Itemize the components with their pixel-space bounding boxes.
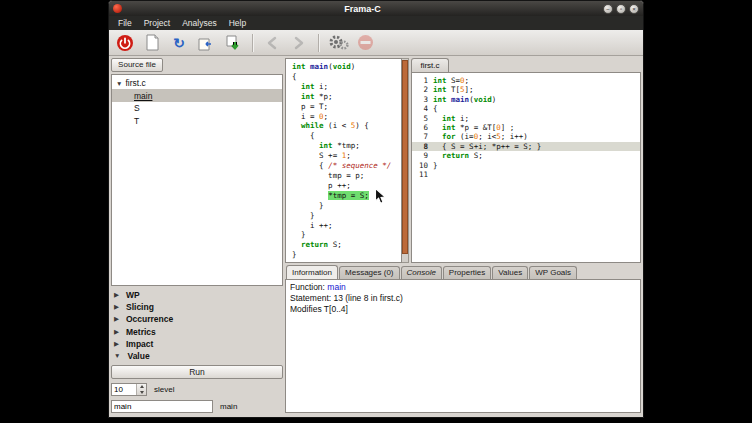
run-button[interactable]: Run [111,365,283,379]
tab-messages-0[interactable]: Messages (0) [339,266,399,279]
main-function-input[interactable] [111,400,213,413]
source-line[interactable]: 9 return S; [412,151,640,160]
save-session-button[interactable] [222,32,244,54]
analysis-slicing[interactable]: ▶Slicing [111,301,283,313]
tree-item-s[interactable]: S [112,102,282,115]
cil-line[interactable]: while (i < 5) { [292,121,401,131]
stepper-down-icon[interactable] [137,390,146,396]
cil-scrollbar[interactable] [402,58,409,263]
function-link[interactable]: main [327,282,345,292]
back-icon [266,36,278,50]
cil-line[interactable]: int i; [292,82,401,92]
new-file-button[interactable] [141,32,163,54]
analysis-metrics[interactable]: ▶Metrics [111,326,283,338]
cil-line[interactable]: int main(void) [292,62,401,72]
cil-line[interactable]: i = 0; [292,112,401,122]
file-tree: ▼first.cmainST [111,74,283,286]
slevel-label: slevel [154,385,174,394]
close-button[interactable]: × [629,4,639,14]
toolbar-separator [252,34,253,52]
cil-line[interactable]: int *tmp; [292,141,401,151]
analysis-wp[interactable]: ▶WP [111,289,283,301]
desktop-background: Frama-C −▫× FileProjectAnalysesHelp ↻ [0,0,752,423]
source-line[interactable]: 10} [412,161,640,170]
tree-item-main[interactable]: main [112,89,282,102]
source-code: 1int S=0;2int T[5];3int main(void)4{5 in… [411,72,641,263]
source-line[interactable]: 6 int *p = &T[0] ; [412,123,640,132]
bottom-tabs: InformationMessages (0)ConsoleProperties… [285,265,641,279]
titlebar[interactable]: Frama-C −▫× [109,1,643,16]
main-function-row: main [111,400,283,413]
analysis-impact[interactable]: ▶Impact [111,338,283,350]
menu-project[interactable]: Project [138,16,176,30]
minimize-button[interactable]: − [603,4,613,14]
info-line: Function: main [290,282,636,293]
source-line[interactable]: 4{ [412,104,640,113]
tab-information[interactable]: Information [286,265,338,279]
cil-line[interactable]: } [292,230,401,240]
source-line[interactable]: 11 [412,170,640,179]
cil-panel: int main(void){ int i; int *p; p = T; i … [285,58,402,263]
slevel-stepper[interactable] [136,384,146,395]
forward-button[interactable] [288,32,310,54]
analyses-button[interactable] [327,32,349,54]
tab-wp-goals[interactable]: WP Goals [529,266,577,279]
window-controls: −▫× [603,4,639,14]
source-panel: first.c 1int S=0;2int T[5];3int main(voi… [411,58,641,263]
source-line[interactable]: 7 for (i=0; i<5; i++) [412,132,640,141]
maximize-button[interactable]: ▫ [616,4,626,14]
cil-line[interactable]: { [292,72,401,82]
analyses-list: ▶WP▶Slicing▶Occurrence▶Metrics▶Impact▼Va… [111,289,283,362]
back-button[interactable] [261,32,283,54]
source-line[interactable]: 5 int i; [412,114,640,123]
right-column: int main(void){ int i; int *p; p = T; i … [285,58,641,413]
stop-button[interactable] [354,32,376,54]
source-tab[interactable]: first.c [411,58,449,72]
tab-properties[interactable]: Properties [443,266,491,279]
menu-analyses[interactable]: Analyses [176,16,223,30]
tab-console[interactable]: Console [401,266,442,279]
window-title: Frama-C [122,4,603,14]
information-content: Function: mainStatement: 13 (line 8 in f… [285,279,641,413]
analyses-gears-icon [328,34,349,51]
stop-icon [357,34,374,51]
cil-line[interactable]: { [292,131,401,141]
info-line: Statement: 13 (line 8 in first.c) [290,293,636,304]
tree-file-row[interactable]: ▼first.c [112,77,282,90]
scrollbar-thumb[interactable] [402,60,408,254]
source-line[interactable]: 3int main(void) [412,95,640,104]
mouse-cursor [374,187,387,206]
source-file-button[interactable]: Source file [111,58,163,72]
menu-file[interactable]: File [112,16,138,30]
info-line: Modifies T[0..4] [290,304,636,315]
cil-line[interactable]: { /* sequence */ [292,161,401,171]
slevel-input[interactable] [112,384,136,395]
source-line[interactable]: 8 { S = S+i; *p++ = S; } [412,142,640,151]
bottom-panel: InformationMessages (0)ConsoleProperties… [285,265,641,413]
reload-button[interactable]: ↻ [168,32,190,54]
source-line[interactable]: 2int T[5]; [412,85,640,94]
cil-line[interactable]: } [292,211,401,221]
cil-line[interactable]: tmp = p; [292,171,401,181]
tab-values[interactable]: Values [492,266,528,279]
toolbar: ↻ [109,30,643,56]
code-row: int main(void){ int i; int *p; p = T; i … [285,58,641,263]
analysis-value[interactable]: ▼Value [111,350,283,362]
menu-help[interactable]: Help [223,16,252,30]
cil-line[interactable]: i ++; [292,221,401,231]
quit-button[interactable] [114,32,136,54]
tree-item-t[interactable]: T [112,114,282,127]
save-session-icon [225,35,241,51]
load-session-icon [198,35,214,51]
slevel-spinner[interactable] [111,383,147,396]
cil-line[interactable]: p = T; [292,102,401,112]
analysis-occurrence[interactable]: ▶Occurrence [111,313,283,325]
load-session-button[interactable] [195,32,217,54]
cil-line[interactable]: S += 1; [292,151,401,161]
cil-line[interactable]: return S; [292,240,401,250]
power-icon [116,34,134,52]
cil-line[interactable]: } [292,250,401,260]
source-line[interactable]: 1int S=0; [412,76,640,85]
slevel-row: slevel [111,383,283,396]
cil-line[interactable]: int *p; [292,92,401,102]
